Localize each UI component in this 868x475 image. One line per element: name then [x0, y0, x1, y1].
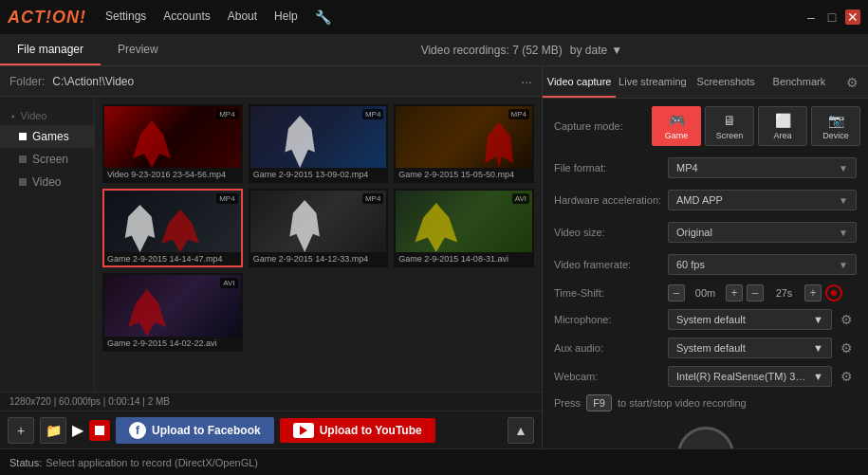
- main-layout: Folder: C:\Action!\Video ··· ▪ Video Gam…: [0, 66, 868, 448]
- press-suffix: to start/stop video recording: [618, 397, 747, 409]
- nav-help[interactable]: Help: [274, 9, 298, 25]
- folder-bar: Folder: C:\Action!\Video ···: [0, 66, 542, 97]
- video-icon: [19, 178, 27, 186]
- status-bar: Status: Select application to record (Di…: [0, 448, 868, 475]
- sort-button[interactable]: by date ▼: [570, 44, 622, 57]
- tab-preview[interactable]: Preview: [101, 34, 175, 65]
- left-panel: Folder: C:\Action!\Video ··· ▪ Video Gam…: [0, 66, 543, 448]
- video-label-3: Game 2-9-2015 15-05-50.mp4: [396, 168, 532, 181]
- video-framerate-select[interactable]: 60 fps ▼: [668, 254, 857, 275]
- microphone-select[interactable]: System default ▼: [668, 309, 832, 330]
- game-icon: 🎮: [669, 113, 685, 128]
- video-thumb-3[interactable]: MP4 Game 2-9-2015 15-05-50.mp4: [394, 104, 534, 183]
- nav-settings[interactable]: Settings: [105, 9, 146, 25]
- file-format-select[interactable]: MP4 ▼: [668, 157, 857, 178]
- video-size-select[interactable]: Original ▼: [668, 222, 857, 243]
- capture-mode-row: Capture mode: 🎮 Game 🖥 Screen ⬜ Area: [554, 106, 857, 146]
- video-thumb-1[interactable]: MP4 Video 9-23-2016 23-54-56.mp4: [102, 104, 243, 183]
- settings-gear-button[interactable]: ⚙: [836, 66, 868, 98]
- format-badge-2: MP4: [362, 109, 383, 119]
- aux-audio-settings-button[interactable]: ⚙: [836, 338, 857, 358]
- upload-facebook-button[interactable]: f Upload to Facebook: [116, 417, 274, 444]
- chevron-down-icon-4: ▼: [839, 260, 848, 270]
- tab-benchmark[interactable]: Benchmark: [763, 66, 836, 98]
- video-info-bar: 1280x720 | 60.000fps | 0:00:14 | 2 MB: [0, 392, 542, 411]
- capture-area-button[interactable]: ⬜ Area: [758, 106, 807, 146]
- format-badge-3: MP4: [508, 109, 529, 119]
- play-button[interactable]: ▶: [72, 421, 83, 439]
- status-message: Select application to record (DirectX/Op…: [46, 457, 258, 468]
- video-size-row: Video size: Original ▼: [554, 220, 857, 245]
- capture-screen-button[interactable]: 🖥 Screen: [705, 106, 754, 146]
- sidebar-group-video: ▪ Video: [0, 106, 94, 125]
- tab-screenshots[interactable]: Screenshots: [690, 66, 763, 98]
- hw-acceleration-label: Hardware acceleration:: [554, 194, 668, 206]
- title-bar: ACT!ON! Settings Accounts About Help 🔧 –…: [0, 0, 868, 34]
- window-controls: – □ ✕: [803, 9, 860, 25]
- sidebar-item-video[interactable]: Video: [0, 171, 94, 193]
- left-tabs: File manager Preview: [0, 34, 175, 65]
- chevron-down-icon-5: ▼: [813, 314, 823, 325]
- maximize-button[interactable]: □: [824, 9, 840, 25]
- add-button[interactable]: +: [8, 417, 34, 444]
- main-tabs-row: File manager Preview Video recordings: 7…: [0, 34, 868, 66]
- folder-path: C:\Action!\Video: [52, 75, 513, 88]
- nav-accounts[interactable]: Accounts: [163, 9, 210, 25]
- chevron-down-icon-2: ▼: [839, 195, 848, 206]
- press-key-row: Press F9 to start/stop video recording: [554, 394, 857, 411]
- timeshift-plus-1[interactable]: +: [726, 284, 743, 301]
- minimize-button[interactable]: –: [803, 9, 819, 25]
- upload-youtube-button[interactable]: Upload to YouTube: [280, 418, 435, 443]
- webcam-settings-button[interactable]: ⚙: [836, 366, 857, 387]
- stop-button[interactable]: [89, 420, 110, 441]
- microphone-settings-button[interactable]: ⚙: [836, 309, 857, 330]
- aux-audio-label: Aux audio:: [554, 342, 668, 354]
- hw-acceleration-select[interactable]: AMD APP ▼: [668, 190, 857, 210]
- video-label-1: Video 9-23-2016 23-54-56.mp4: [104, 168, 241, 181]
- tab-live-streaming[interactable]: Live streaming: [616, 66, 689, 98]
- timeshift-row: Time-Shift: – 00m + – 27s +: [554, 284, 857, 301]
- aux-audio-select[interactable]: System default ▼: [668, 338, 832, 358]
- format-badge-1: MP4: [216, 109, 237, 119]
- youtube-icon: [293, 423, 314, 438]
- sidebar-item-games[interactable]: Games: [0, 125, 94, 148]
- video-label-7: Game 2-9-2015 14-02-22.avi: [104, 337, 241, 350]
- right-content: Capture mode: 🎮 Game 🖥 Screen ⬜ Area: [543, 99, 868, 448]
- screen-capture-icon: 🖥: [723, 113, 736, 128]
- sidebar-item-screen[interactable]: Screen: [0, 148, 94, 171]
- video-thumb-2[interactable]: MP4 Game 2-9-2015 13-09-02.mp4: [249, 104, 389, 183]
- capture-device-button[interactable]: 📷 Device: [811, 106, 860, 146]
- video-thumb-6[interactable]: AVI Game 2-9-2015 14-08-31.avi: [394, 189, 534, 267]
- file-format-label: File format:: [554, 162, 668, 174]
- video-thumb-4[interactable]: MP4 Game 2-9-2015 14-14-47.mp4: [102, 189, 243, 267]
- webcam-select[interactable]: Intel(R) RealSense(TM) 3D Camera Vir... …: [668, 366, 832, 387]
- nav-about[interactable]: About: [228, 9, 257, 25]
- timeshift-minus-2[interactable]: –: [747, 284, 764, 301]
- webcam-row: Webcam: Intel(R) RealSense(TM) 3D Camera…: [554, 366, 857, 387]
- facebook-icon: f: [129, 422, 146, 439]
- rec-button[interactable]: REC: [677, 427, 734, 448]
- folder-more-button[interactable]: ···: [521, 74, 532, 89]
- video-thumb-5[interactable]: MP4 Game 2-9-2015 14-12-33.mp4: [249, 189, 389, 267]
- tab-file-manager[interactable]: File manager: [0, 34, 101, 65]
- capture-game-button[interactable]: 🎮 Game: [652, 106, 701, 146]
- aux-audio-row: Aux audio: System default ▼ ⚙: [554, 338, 857, 358]
- webcam-label: Webcam:: [554, 371, 668, 382]
- timeshift-plus-2[interactable]: +: [804, 284, 822, 301]
- format-badge-5: MP4: [362, 193, 383, 204]
- hw-acceleration-row: Hardware acceleration: AMD APP ▼: [554, 188, 857, 212]
- tab-video-capture[interactable]: Video capture: [543, 66, 616, 98]
- folder-button[interactable]: 📁: [40, 417, 66, 444]
- video-size-label: Video size:: [554, 227, 668, 238]
- format-badge-6: AVI: [512, 193, 529, 204]
- timeshift-val-1: 00m: [689, 287, 722, 299]
- video-grid: MP4 Video 9-23-2016 23-54-56.mp4 MP4 Gam…: [95, 97, 542, 392]
- sidebar: ▪ Video Games Screen Video: [0, 97, 95, 392]
- video-thumb-7[interactable]: AVI Game 2-9-2015 14-02-22.avi: [102, 273, 243, 352]
- timeshift-record-button[interactable]: [825, 284, 842, 301]
- recordings-info: Video recordings: 7 (52 MB) by date ▼: [175, 34, 868, 65]
- upload-arrow-button[interactable]: ▲: [508, 417, 534, 444]
- timeshift-minus-1[interactable]: –: [668, 284, 685, 301]
- microphone-label: Microphone:: [554, 314, 668, 325]
- close-button[interactable]: ✕: [845, 9, 860, 25]
